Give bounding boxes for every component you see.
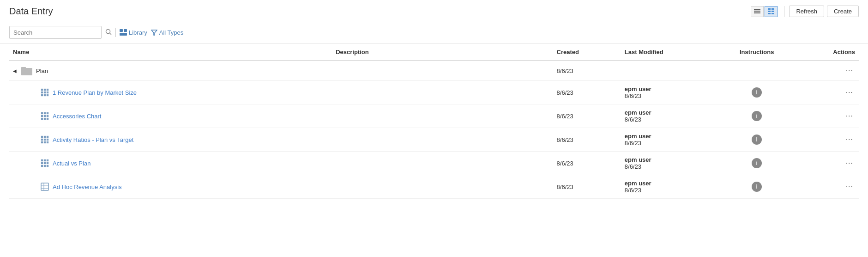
item-name-link[interactable]: Accessories Chart xyxy=(53,113,101,120)
svg-rect-50 xyxy=(41,165,43,167)
svg-rect-18 xyxy=(44,89,46,91)
svg-rect-20 xyxy=(41,92,43,93)
instructions-cell: i xyxy=(723,81,791,104)
svg-rect-39 xyxy=(44,139,46,141)
svg-rect-22 xyxy=(47,92,48,93)
actions-button[interactable]: ··· xyxy=(844,111,855,121)
grid-icon xyxy=(41,159,49,167)
svg-rect-16 xyxy=(21,67,26,69)
item-name-link[interactable]: Activity Ratios - Plan vs Target xyxy=(53,136,133,143)
table-row: 1 Revenue Plan by Market Size 8/6/23 epm… xyxy=(9,81,859,104)
types-label: All Types xyxy=(159,29,184,36)
actions-cell: ··· xyxy=(791,81,859,104)
svg-rect-8 xyxy=(772,13,774,14)
col-header-lastmod: Last Modified xyxy=(621,44,723,61)
svg-rect-49 xyxy=(47,162,48,164)
svg-rect-53 xyxy=(41,183,48,190)
search-input[interactable] xyxy=(9,26,102,39)
item-name-link[interactable]: 1 Revenue Plan by Market Size xyxy=(53,89,137,96)
last-modified-user: epm user xyxy=(625,109,719,116)
instructions-cell: i xyxy=(723,128,791,152)
table-row: ◀ Plan 8/6/23 ··· xyxy=(9,61,859,81)
col-header-name: Name xyxy=(9,44,332,61)
svg-rect-36 xyxy=(44,136,46,138)
grid-view-button[interactable] xyxy=(765,6,778,17)
info-button[interactable]: i xyxy=(752,182,762,192)
svg-rect-41 xyxy=(41,141,43,143)
name-cell: ◀ Plan xyxy=(9,61,332,81)
last-modified-cell: epm user8/6/23 xyxy=(621,152,723,175)
types-filter[interactable]: All Types xyxy=(151,29,184,36)
list-view-button[interactable] xyxy=(751,6,764,17)
created-cell: 8/6/23 xyxy=(553,175,621,199)
create-button[interactable]: Create xyxy=(827,6,859,17)
svg-rect-34 xyxy=(47,118,48,120)
created-cell: 8/6/23 xyxy=(553,152,621,175)
actions-button[interactable]: ··· xyxy=(844,135,855,145)
header-actions: Refresh Create xyxy=(751,6,859,17)
svg-marker-14 xyxy=(151,30,157,35)
last-modified-user: epm user xyxy=(625,133,719,140)
grid-icon xyxy=(41,112,49,120)
instructions-cell: i xyxy=(723,152,791,175)
svg-rect-38 xyxy=(41,139,43,141)
folder-name: Plan xyxy=(36,67,48,74)
refresh-button[interactable]: Refresh xyxy=(789,6,824,17)
svg-rect-2 xyxy=(754,12,760,13)
instructions-cell: i xyxy=(723,175,791,199)
svg-rect-6 xyxy=(772,11,774,12)
item-name-link[interactable]: Ad Hoc Revenue Analysis xyxy=(53,184,122,190)
svg-rect-30 xyxy=(44,115,46,117)
svg-rect-46 xyxy=(47,159,48,161)
actions-cell: ··· xyxy=(791,128,859,152)
info-button[interactable]: i xyxy=(752,158,762,168)
last-modified-date: 8/6/23 xyxy=(625,163,719,170)
collapse-arrow-icon[interactable]: ◀ xyxy=(13,68,17,73)
svg-rect-0 xyxy=(754,9,760,10)
col-header-instructions: Instructions xyxy=(723,44,791,61)
library-filter[interactable]: Library xyxy=(120,29,147,36)
table-row: Accessories Chart 8/6/23 epm user8/6/23 … xyxy=(9,104,859,128)
table-row: Activity Ratios - Plan vs Target 8/6/23 … xyxy=(9,128,859,152)
name-cell: 1 Revenue Plan by Market Size xyxy=(9,81,332,104)
actions-button[interactable]: ··· xyxy=(844,158,855,168)
svg-rect-4 xyxy=(772,8,774,10)
last-modified-cell: epm user8/6/23 xyxy=(621,128,723,152)
library-label: Library xyxy=(129,29,147,36)
folder-icon xyxy=(21,66,32,75)
info-button[interactable]: i xyxy=(752,87,762,98)
table-row: Actual vs Plan 8/6/23 epm user8/6/23 i ·… xyxy=(9,152,859,175)
description-cell xyxy=(332,175,553,199)
svg-rect-43 xyxy=(47,141,48,143)
table-row: Ad Hoc Revenue Analysis 8/6/23 epm user8… xyxy=(9,175,859,199)
last-modified-date: 8/6/23 xyxy=(625,92,719,99)
actions-button[interactable]: ··· xyxy=(844,87,855,98)
svg-rect-3 xyxy=(768,8,771,10)
header-divider xyxy=(784,6,784,17)
info-button[interactable]: i xyxy=(752,111,762,121)
svg-rect-25 xyxy=(47,94,48,96)
name-cell: Ad Hoc Revenue Analysis xyxy=(9,175,332,199)
actions-button[interactable]: ··· xyxy=(844,182,855,192)
last-modified-user: epm user xyxy=(625,86,719,92)
grid-icon xyxy=(41,88,49,97)
actions-button[interactable]: ··· xyxy=(844,66,855,76)
toolbar: Library All Types xyxy=(0,21,868,44)
item-name-link[interactable]: Actual vs Plan xyxy=(53,160,90,167)
actions-cell: ··· xyxy=(791,152,859,175)
svg-rect-45 xyxy=(44,159,46,161)
name-cell: Activity Ratios - Plan vs Target xyxy=(9,128,332,152)
svg-rect-42 xyxy=(44,141,46,143)
svg-rect-44 xyxy=(41,159,43,161)
svg-rect-12 xyxy=(120,33,127,36)
info-button[interactable]: i xyxy=(752,135,762,145)
last-modified-cell xyxy=(621,61,723,81)
svg-rect-21 xyxy=(44,92,46,93)
description-cell xyxy=(332,104,553,128)
svg-rect-17 xyxy=(41,89,43,91)
search-icon[interactable] xyxy=(105,29,112,37)
instructions-cell: i xyxy=(723,104,791,128)
svg-rect-29 xyxy=(41,115,43,117)
svg-rect-35 xyxy=(41,136,43,138)
col-header-description: Description xyxy=(332,44,553,61)
